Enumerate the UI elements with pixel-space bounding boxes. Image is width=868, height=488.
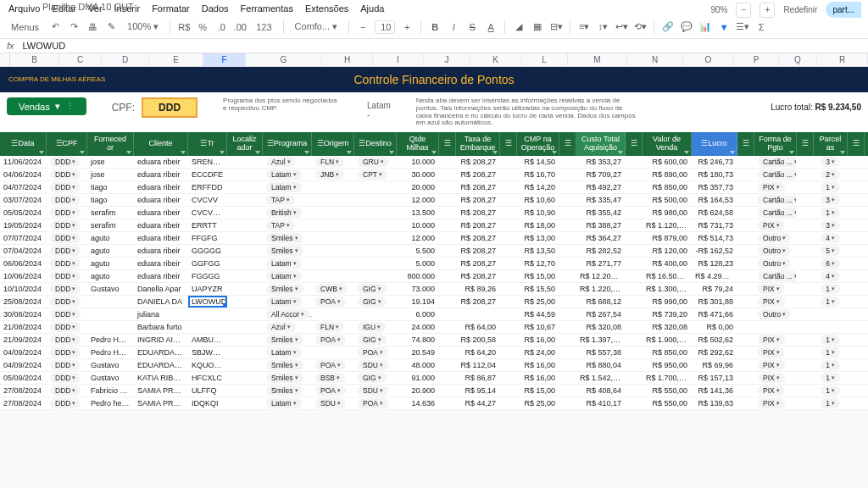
cell-data[interactable]: 03/07/2024 <box>0 196 47 204</box>
cell-lucro[interactable]: R$ 246,73 <box>692 158 737 166</box>
cell-custo[interactable]: R$ 1.397,38 <box>576 336 626 344</box>
cell-forma[interactable]: Outro <box>754 233 797 243</box>
col-E[interactable]: E <box>149 53 203 66</box>
table-row[interactable]: 10/10/2024DDDGustavoDanella AparUAPYZRSm… <box>0 283 868 296</box>
cell-lucro[interactable]: R$ 301,88 <box>692 297 737 306</box>
cell-taxa[interactable]: R$ 208,27 <box>456 259 500 268</box>
cell-cpf[interactable]: DDD <box>47 220 87 230</box>
cell-valor[interactable]: R$ 500,00 <box>643 196 692 204</box>
cell-parcelas[interactable]: 1 <box>814 398 848 408</box>
wrap-icon[interactable]: ↩▾ <box>615 20 628 34</box>
cell-lucro[interactable]: R$ 731,73 <box>692 221 737 230</box>
valign-icon[interactable]: ↕▾ <box>596 20 609 34</box>
cell-forma[interactable]: PIX <box>754 220 797 230</box>
cell-forma[interactable]: Cartão ... <box>754 169 797 180</box>
redo-icon[interactable]: ↷ <box>67 20 81 34</box>
print-icon[interactable]: 🖶 <box>86 20 99 34</box>
hdr-tr[interactable]: ☰ Tr <box>188 132 227 156</box>
cell-parcelas[interactable]: 6 <box>814 258 848 269</box>
cell-fornecedor[interactable]: serafim <box>87 221 134 230</box>
cell-forma[interactable]: Cartão ... <box>754 271 797 281</box>
cell-tr[interactable]: CVCVV <box>188 196 227 204</box>
cell-valor[interactable]: R$ 550,00 <box>643 386 692 395</box>
cell-destino[interactable]: SDU <box>354 385 397 396</box>
cell-cpf[interactable]: DDD <box>47 297 87 307</box>
cell-fornecedor[interactable]: serafim <box>87 208 134 217</box>
cell-valor[interactable]: R$ 1.900,00 <box>643 336 692 344</box>
cell-cliente[interactable]: KATIA RIBEIRO PIRES <box>134 374 188 382</box>
cell-parcelas[interactable]: 1 <box>814 284 848 294</box>
cell-cliente[interactable]: eduara ribeir <box>134 259 188 268</box>
cell-custo[interactable]: R$ 410,17 <box>576 399 626 408</box>
cell-destino[interactable]: GIG <box>354 335 397 345</box>
cell-valor[interactable]: R$ 400,00 <box>643 259 692 268</box>
cell-taxa[interactable]: R$ 208,27 <box>456 247 500 255</box>
cell-programa[interactable]: Latam <box>263 169 312 180</box>
cell-tr[interactable]: UAPYZR <box>188 285 227 293</box>
cell-forma[interactable]: PIX <box>754 284 797 294</box>
chart-icon[interactable]: 📊 <box>698 20 712 34</box>
cell-cliente[interactable]: Danella Apar <box>134 285 188 293</box>
col-G[interactable]: G <box>246 53 322 66</box>
cell-tr[interactable]: SBJWUG <box>188 348 227 357</box>
cell-cpf[interactable]: DDD <box>47 385 87 396</box>
cell-cmp[interactable]: R$ 14,50 <box>517 158 559 166</box>
hdr-qtde[interactable]: Qtde Milhas <box>397 132 439 156</box>
hdr-destino[interactable]: ☰ Destino <box>354 132 397 156</box>
cell-cliente[interactable]: juliana <box>134 310 188 319</box>
cell-taxa[interactable]: R$ 208,27 <box>456 297 500 306</box>
cell-cpf[interactable]: DDD <box>47 195 87 205</box>
cell-cmp[interactable]: R$ 10,67 <box>517 323 559 331</box>
cell-cmp[interactable]: R$ 10,90 <box>517 208 559 217</box>
fill-color-icon[interactable]: ◢ <box>512 20 526 34</box>
cell-forma[interactable]: PIX <box>754 335 797 345</box>
cell-valor[interactable]: R$ 1.300,00 <box>643 285 692 293</box>
cell-tr[interactable]: GGFGG <box>188 259 227 268</box>
cell-fornecedor[interactable]: aguto <box>87 259 134 268</box>
cell-cmp[interactable]: R$ 13,00 <box>517 234 559 242</box>
table-row[interactable]: 27/08/2024DDDFabricio SaleSAMIA PREDEBOI… <box>0 385 868 397</box>
cell-cmp[interactable]: R$ 14,20 <box>517 183 559 191</box>
cell-programa[interactable]: Smiles <box>263 373 312 383</box>
cell-programa[interactable]: Smiles <box>263 233 312 243</box>
cell-cmp[interactable]: R$ 44,59 <box>517 310 559 319</box>
cell-cmp[interactable]: R$ 15,00 <box>517 386 559 395</box>
cell-fornecedor[interactable]: Pedro henriq <box>87 399 134 408</box>
text-color-icon[interactable]: A <box>484 20 498 34</box>
cell-origem[interactable]: POA <box>312 385 354 396</box>
cell-cliente[interactable]: eduara ribeir <box>134 208 188 217</box>
hdr-lucro[interactable]: ☰ Lucro <box>692 132 737 156</box>
cell-cmp[interactable]: R$ 25,00 <box>517 297 559 306</box>
cell-custo[interactable]: R$ 709,27 <box>576 170 626 179</box>
cpf-value[interactable]: DDD <box>142 97 198 118</box>
menu-formatar[interactable]: Formatar <box>152 3 190 14</box>
cell-programa[interactable]: TAP <box>263 220 312 230</box>
cell-cpf[interactable]: DDD <box>47 169 87 180</box>
cell-data[interactable]: 07/04/2024 <box>0 247 47 255</box>
zoom-reset-button[interactable]: Redefinir <box>783 5 817 14</box>
cell-fornecedor[interactable]: tiago <box>87 196 134 204</box>
filter-views-icon[interactable]: ☰▾ <box>736 20 749 34</box>
cell-datapgto[interactable]: 21/09/2024 <box>865 336 868 344</box>
table-row[interactable]: 04/09/2024DDDPedro HenriqEDUARDA/LESBJWU… <box>0 347 868 359</box>
cell-qtde[interactable]: 12.000 <box>397 196 439 204</box>
cell-tr[interactable]: HFCXLC <box>188 374 227 382</box>
cell-parcelas[interactable]: 1 <box>814 297 848 307</box>
cell-forma[interactable]: PIX <box>754 360 797 370</box>
cell-fornecedor[interactable]: aguto <box>87 247 134 255</box>
cell-lucro[interactable]: R$ 471,66 <box>692 310 737 319</box>
cell-cpf[interactable]: DDD <box>47 398 87 408</box>
cell-forma[interactable]: Cartão ... <box>754 157 797 167</box>
cell-parcelas[interactable]: 5 <box>814 246 848 256</box>
cell-data[interactable]: 30/08/2024 <box>0 310 47 319</box>
cell-forma[interactable]: Outro <box>754 258 797 269</box>
cell-forma[interactable]: PIX <box>754 297 797 307</box>
cell-cmp[interactable]: R$ 16,00 <box>517 374 559 382</box>
cell-fornecedor[interactable]: jose <box>87 170 134 179</box>
cell-lucro[interactable]: R$ 0,00 <box>692 323 737 331</box>
cell-parcelas[interactable]: 1 <box>814 373 848 383</box>
cell-lucro[interactable]: R$ 139,83 <box>692 399 737 408</box>
cell-data[interactable]: 19/05/2024 <box>0 221 47 230</box>
cell-forma[interactable]: PIX <box>754 347 797 358</box>
cell-data[interactable]: 04/09/2024 <box>0 348 47 357</box>
